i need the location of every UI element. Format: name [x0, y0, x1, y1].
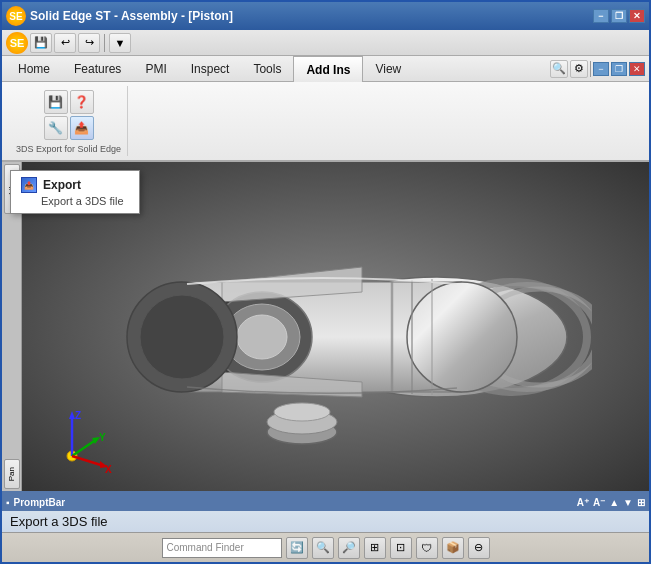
prompt-bar-controls: A⁺ A⁻ ▲ ▼ ⊞	[577, 497, 645, 508]
prompt-font-decrease[interactable]: A⁻	[593, 497, 605, 508]
piston-3d-model	[82, 172, 592, 491]
command-finder-input[interactable]: Command Finder	[162, 538, 282, 558]
title-text: Solid Edge ST - Assembly - [Piston]	[30, 9, 233, 23]
separator	[104, 34, 105, 52]
prompt-bar-header-label: PromptBar	[14, 497, 66, 508]
status-btn-shield[interactable]: 🛡	[416, 537, 438, 559]
menu-pmi[interactable]: PMI	[133, 56, 178, 81]
prompt-bar: ▪ PromptBar A⁺ A⁻ ▲ ▼ ⊞ Export a 3DS fil…	[2, 491, 649, 532]
status-btn-grid[interactable]: ⊞	[364, 537, 386, 559]
ribbon-search-btn[interactable]: 🔍	[550, 60, 568, 78]
ribbon-group-3ds: 💾 ❓ 🔧 📤 3DS Export for Solid Edge	[10, 86, 128, 156]
sep2	[590, 61, 591, 77]
redo-quick-btn[interactable]: ↪	[78, 33, 100, 53]
undo-quick-btn[interactable]: ↩	[54, 33, 76, 53]
prompt-font-increase[interactable]: A⁺	[577, 497, 589, 508]
svg-point-4	[407, 282, 517, 392]
svg-point-12	[140, 295, 224, 379]
status-btn-wireframe[interactable]: ⊡	[390, 537, 412, 559]
save-quick-btn[interactable]: 💾	[30, 33, 52, 53]
prompt-bar-header-row: ▪ PromptBar A⁺ A⁻ ▲ ▼ ⊞	[2, 493, 649, 511]
prompt-bar-message: Export a 3DS file	[2, 511, 649, 532]
ribbon-close-btn[interactable]: ✕	[629, 62, 645, 76]
status-btn-zoom-fit[interactable]: 🔍	[312, 537, 334, 559]
ribbon-toolbar: 💾 ❓ 🔧 📤 3DS Export for Solid Edge 📤 Expo…	[2, 82, 649, 162]
export-popup: 📤 Export Export a 3DS file	[10, 170, 140, 214]
ribbon-help-icon[interactable]: ❓	[70, 90, 94, 114]
ribbon-min-btn[interactable]: −	[593, 62, 609, 76]
ribbon-settings-btn[interactable]: ⚙	[570, 60, 588, 78]
status-btn-subtract[interactable]: ⊖	[468, 537, 490, 559]
axis-indicator: Z Y X	[42, 401, 122, 481]
quick-access-toolbar: SE 💾 ↩ ↪ ▼	[2, 30, 649, 56]
close-button[interactable]: ✕	[629, 9, 645, 23]
menu-bar: Home Features PMI Inspect Tools Add Ins …	[2, 56, 649, 82]
export-popup-title: 📤 Export	[21, 177, 129, 195]
restore-button[interactable]: ❐	[611, 9, 627, 23]
menu-view[interactable]: View	[363, 56, 413, 81]
prompt-scroll-down[interactable]: ▼	[623, 497, 633, 508]
export-popup-title-text: Export	[43, 178, 81, 192]
menu-tools[interactable]: Tools	[241, 56, 293, 81]
svg-text:X: X	[105, 464, 112, 475]
status-bar: Command Finder 🔄 🔍 🔎 ⊞ ⊡ 🛡 📦 ⊖	[2, 532, 649, 562]
command-finder-placeholder: Command Finder	[167, 542, 244, 553]
title-bar-controls: − ❐ ✕	[593, 9, 645, 23]
prompt-bar-icon: ▪	[6, 497, 10, 508]
prompt-scroll-up[interactable]: ▲	[609, 497, 619, 508]
options-quick-btn[interactable]: ▼	[109, 33, 131, 53]
app-logo: SE	[6, 6, 26, 26]
ribbon-settings-icon[interactable]: 🔧	[44, 116, 68, 140]
status-btn-3d[interactable]: 📦	[442, 537, 464, 559]
ribbon-icon-row1: 💾 ❓	[44, 90, 94, 114]
se-logo-button[interactable]: SE	[6, 32, 28, 54]
svg-text:Y: Y	[99, 432, 106, 443]
prompt-expand[interactable]: ⊞	[637, 497, 645, 508]
ribbon-save-icon[interactable]: 💾	[44, 90, 68, 114]
menu-inspect[interactable]: Inspect	[179, 56, 242, 81]
ribbon-export-icon[interactable]: 📤	[70, 116, 94, 140]
svg-point-7	[237, 315, 287, 359]
ribbon-group-label: 3DS Export for Solid Edge	[16, 142, 121, 154]
left-rail-btn-pan[interactable]: Pan	[4, 459, 20, 489]
app-window: SE Solid Edge ST - Assembly - [Piston] −…	[0, 0, 651, 564]
status-btn-refresh[interactable]: 🔄	[286, 537, 308, 559]
svg-text:Z: Z	[75, 410, 81, 421]
status-btn-zoom[interactable]: 🔎	[338, 537, 360, 559]
menu-addins[interactable]: Add Ins	[293, 56, 363, 82]
export-popup-desc: Export a 3DS file	[21, 195, 129, 207]
export-popup-icon: 📤	[21, 177, 37, 193]
menu-home[interactable]: Home	[6, 56, 62, 81]
svg-line-23	[72, 456, 104, 466]
svg-line-20	[72, 439, 97, 456]
title-bar: SE Solid Edge ST - Assembly - [Piston] −…	[2, 2, 649, 30]
title-bar-left: SE Solid Edge ST - Assembly - [Piston]	[6, 6, 233, 26]
ribbon-icon-row2: 🔧 📤	[44, 116, 94, 140]
svg-point-15	[274, 403, 330, 421]
ribbon-restore-btn[interactable]: ❐	[611, 62, 627, 76]
minimize-button[interactable]: −	[593, 9, 609, 23]
pan-tab-label: Pan	[7, 467, 16, 481]
menu-features[interactable]: Features	[62, 56, 133, 81]
